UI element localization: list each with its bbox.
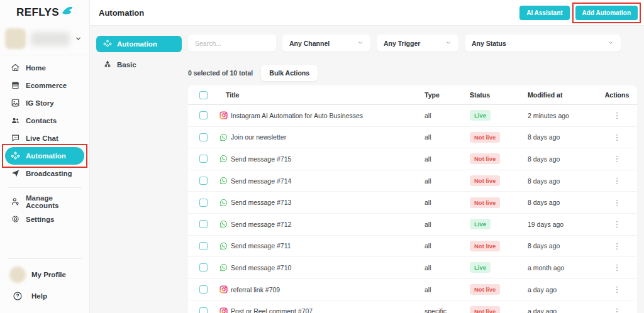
type-value: all bbox=[425, 133, 470, 141]
kebab-menu-icon[interactable]: ⋮ bbox=[613, 263, 621, 272]
status-filter-dropdown[interactable]: Any Status bbox=[465, 35, 621, 52]
header-title: Title bbox=[218, 91, 425, 99]
row-checkbox[interactable] bbox=[199, 133, 208, 141]
basic-icon bbox=[103, 60, 112, 70]
status-badge: Not live bbox=[470, 132, 500, 143]
sidebar-item-broadcasting[interactable]: Broadcasting bbox=[5, 165, 84, 182]
kebab-menu-icon[interactable]: ⋮ bbox=[613, 241, 621, 251]
modified-value: 8 days ago bbox=[528, 242, 597, 250]
avatar bbox=[9, 266, 26, 283]
trigger-filter-dropdown[interactable]: Any Trigger bbox=[377, 35, 458, 52]
table-row: Send message #713 all Not live 8 days ag… bbox=[188, 192, 637, 214]
status-badge: Not live bbox=[470, 175, 500, 186]
page-title: Automation bbox=[99, 8, 144, 18]
table-header-row: Title Type Status Modified at Actions bbox=[188, 85, 637, 105]
select-all-checkbox[interactable] bbox=[199, 91, 208, 99]
workspace-switcher[interactable] bbox=[0, 25, 89, 55]
automation-title: Send message #714 bbox=[231, 177, 291, 185]
row-checkbox[interactable] bbox=[199, 263, 208, 272]
dropdown-value: Any Trigger bbox=[384, 40, 420, 47]
modified-value: a day ago bbox=[528, 286, 597, 294]
automation-icon bbox=[11, 151, 20, 162]
kebab-menu-icon[interactable]: ⋮ bbox=[613, 198, 621, 207]
manage-accounts-icon bbox=[11, 197, 20, 207]
automation-title: Send message #710 bbox=[231, 264, 291, 272]
sidebar-item-help[interactable]: Help bbox=[5, 285, 84, 307]
main-area: Automation AI Assistant Add Automation A… bbox=[90, 0, 644, 313]
kebab-menu-icon[interactable]: ⋮ bbox=[613, 154, 621, 163]
channel-filter-dropdown[interactable]: Any Channel bbox=[282, 35, 370, 52]
sidebar-item-ecommerce[interactable]: Ecommerce bbox=[5, 77, 84, 94]
sidebar-item-contacts[interactable]: Contacts bbox=[5, 112, 84, 129]
kebab-menu-icon[interactable]: ⋮ bbox=[613, 219, 621, 229]
bulk-actions-button[interactable]: Bulk Actions bbox=[261, 65, 318, 81]
type-value: all bbox=[425, 286, 470, 294]
row-checkbox[interactable] bbox=[199, 220, 208, 228]
kebab-menu-icon[interactable]: ⋮ bbox=[613, 285, 621, 294]
live-chat-icon bbox=[11, 133, 20, 144]
modified-value: 8 days ago bbox=[528, 199, 597, 206]
dropdown-value: Any Channel bbox=[289, 40, 330, 47]
table-row: Send message #712 all Live 19 days ago ⋮ bbox=[188, 214, 637, 236]
instagram-icon bbox=[219, 285, 228, 294]
sidebar-item-label: Home bbox=[26, 64, 46, 72]
instagram-icon bbox=[219, 307, 228, 313]
row-checkbox[interactable] bbox=[199, 307, 208, 313]
table-row: Send message #711 all Not live 8 days ag… bbox=[188, 236, 637, 258]
sidebar-item-label: Help bbox=[31, 292, 47, 300]
add-automation-button[interactable]: Add Automation bbox=[575, 6, 638, 20]
status-badge: Not live bbox=[470, 306, 500, 313]
status-badge: Not live bbox=[470, 153, 500, 164]
row-checkbox[interactable] bbox=[199, 199, 208, 207]
row-checkbox[interactable] bbox=[199, 177, 208, 185]
dropdown-value: Any Status bbox=[472, 40, 506, 47]
automation-title: Post or Reel comment #707 bbox=[231, 307, 313, 313]
sidebar-item-settings[interactable]: Settings bbox=[5, 211, 84, 228]
type-value: all bbox=[425, 112, 470, 119]
whatsapp-icon bbox=[219, 155, 228, 163]
logo: REFLYS bbox=[0, 0, 89, 25]
search-input[interactable] bbox=[188, 35, 276, 52]
modified-value: a month ago bbox=[528, 264, 597, 272]
tab-automation[interactable]: Automation bbox=[96, 36, 182, 52]
tab-basic[interactable]: Basic bbox=[96, 57, 182, 73]
kebab-menu-icon[interactable]: ⋮ bbox=[613, 176, 621, 185]
row-checkbox[interactable] bbox=[199, 285, 208, 294]
header-modified: Modified at bbox=[528, 91, 597, 99]
status-badge: Live bbox=[470, 219, 491, 229]
type-value: all bbox=[425, 155, 470, 163]
kebab-menu-icon[interactable]: ⋮ bbox=[613, 133, 621, 142]
automations-table: Title Type Status Modified at Actions In… bbox=[188, 85, 637, 313]
row-checkbox[interactable] bbox=[199, 111, 208, 119]
sidebar-item-ig-story[interactable]: IG Story bbox=[5, 94, 84, 112]
sidebar-item-label: Ecommerce bbox=[26, 82, 67, 89]
type-value: all bbox=[425, 199, 470, 206]
sidebar-item-home[interactable]: Home bbox=[5, 59, 84, 77]
header-status: Status bbox=[470, 91, 528, 99]
workspace-avatar bbox=[5, 28, 26, 49]
row-checkbox[interactable] bbox=[199, 155, 208, 163]
sidebar-menu: Home Ecommerce IG Story Contacts Live Ch… bbox=[0, 55, 89, 182]
whatsapp-icon bbox=[219, 220, 228, 228]
modified-value: 8 days ago bbox=[528, 133, 597, 141]
sidebar-footer: My Profile Help bbox=[0, 264, 89, 313]
home-icon bbox=[11, 63, 20, 74]
table-row: Send message #710 all Live a month ago ⋮ bbox=[188, 257, 637, 279]
automation-title: Send message #711 bbox=[231, 242, 291, 250]
row-checkbox[interactable] bbox=[199, 242, 208, 250]
sidebar-item-manage-accounts[interactable]: Manage Accounts bbox=[5, 193, 84, 211]
modified-value: 8 days ago bbox=[528, 155, 597, 163]
modified-value: 2 minutes ago bbox=[528, 112, 597, 119]
sidebar-item-my-profile[interactable]: My Profile bbox=[5, 264, 84, 285]
kebab-menu-icon[interactable]: ⋮ bbox=[613, 307, 621, 313]
ai-assistant-button[interactable]: AI Assistant bbox=[519, 6, 569, 20]
sidebar-item-automation[interactable]: Automation bbox=[5, 147, 84, 165]
sidebar-divider bbox=[8, 258, 82, 259]
selection-summary: 0 selected of 10 total bbox=[188, 69, 253, 77]
kebab-menu-icon[interactable]: ⋮ bbox=[613, 111, 621, 120]
ecommerce-icon bbox=[11, 80, 20, 91]
status-badge: Live bbox=[470, 262, 491, 273]
sidebar-item-live-chat[interactable]: Live Chat bbox=[5, 129, 84, 147]
whatsapp-icon bbox=[219, 133, 228, 141]
type-value: all bbox=[425, 264, 470, 272]
